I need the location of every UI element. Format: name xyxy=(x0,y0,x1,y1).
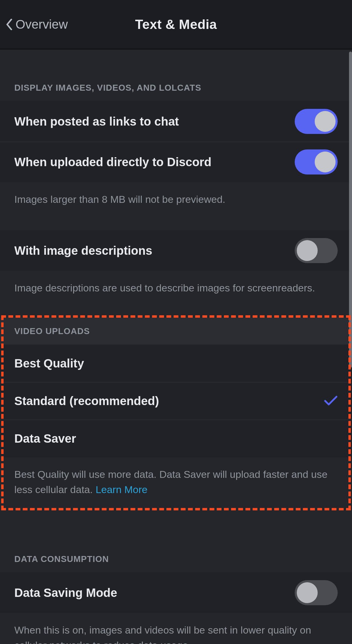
content-scroll[interactable]: DISPLAY IMAGES, VIDEOS, AND LOLCATS When… xyxy=(0,50,352,644)
toggle-links-to-chat[interactable] xyxy=(295,109,338,134)
toggle-knob xyxy=(315,152,336,172)
spacer xyxy=(0,509,352,554)
toggle-knob xyxy=(297,240,318,261)
toggle-image-descriptions[interactable] xyxy=(295,238,338,263)
option-label: Data Saver xyxy=(14,432,76,445)
note-text: Best Quality will use more data. Data Sa… xyxy=(14,469,328,495)
checkmark-icon xyxy=(324,396,338,406)
spacer xyxy=(0,219,352,230)
section-header-data-consumption: DATA CONSUMPTION xyxy=(0,554,352,572)
toggle-knob xyxy=(315,111,336,132)
chevron-left-icon xyxy=(6,19,13,30)
note-image-descriptions: Image descriptions are used to describe … xyxy=(0,271,352,308)
scrollbar[interactable] xyxy=(349,52,352,368)
option-data-saver[interactable]: Data Saver xyxy=(0,420,352,457)
spacer xyxy=(0,50,352,83)
back-label: Overview xyxy=(16,17,68,32)
row-label: When posted as links to chat xyxy=(14,115,179,128)
row-label: With image descriptions xyxy=(14,244,152,257)
display-group-1: When posted as links to chat When upload… xyxy=(0,101,352,182)
spacer xyxy=(0,308,352,318)
section-title: VIDEO UPLOADS xyxy=(14,326,90,336)
display-group-2: With image descriptions xyxy=(0,230,352,271)
toggle-knob xyxy=(297,582,318,603)
note-preview-limit: Images larger than 8 MB will not be prev… xyxy=(0,182,352,219)
row-image-descriptions[interactable]: With image descriptions xyxy=(0,230,352,271)
video-uploads-options: Best Quality Standard (recommended) Data… xyxy=(0,345,352,457)
option-best-quality[interactable]: Best Quality xyxy=(0,345,352,382)
toggle-uploaded-directly[interactable] xyxy=(295,149,338,174)
data-consumption-group: Data Saving Mode xyxy=(0,572,352,613)
section-title: DISPLAY IMAGES, VIDEOS, AND LOLCATS xyxy=(14,83,201,93)
page-title: Text & Media xyxy=(135,17,217,32)
row-data-saving-mode[interactable]: Data Saving Mode xyxy=(0,572,352,613)
note-data-saving: When this is on, images and videos will … xyxy=(0,613,352,644)
section-header-display: DISPLAY IMAGES, VIDEOS, AND LOLCATS xyxy=(0,83,352,101)
row-label: When uploaded directly to Discord xyxy=(14,155,211,169)
header-bar: Overview Text & Media xyxy=(0,0,352,49)
option-standard[interactable]: Standard (recommended) xyxy=(0,382,352,420)
section-header-video-uploads: VIDEO UPLOADS xyxy=(0,318,352,345)
toggle-data-saving-mode[interactable] xyxy=(295,580,338,605)
option-label: Standard (recommended) xyxy=(14,394,159,408)
row-links-to-chat[interactable]: When posted as links to chat xyxy=(0,101,352,142)
section-title: DATA CONSUMPTION xyxy=(14,554,109,564)
note-video-uploads: Best Quality will use more data. Data Sa… xyxy=(0,457,352,509)
row-uploaded-directly[interactable]: When uploaded directly to Discord xyxy=(0,142,352,182)
back-button[interactable]: Overview xyxy=(6,0,68,49)
screen: Overview Text & Media DISPLAY IMAGES, VI… xyxy=(0,0,352,644)
row-label: Data Saving Mode xyxy=(14,586,117,600)
option-label: Best Quality xyxy=(14,357,84,370)
learn-more-link[interactable]: Learn More xyxy=(96,484,147,495)
